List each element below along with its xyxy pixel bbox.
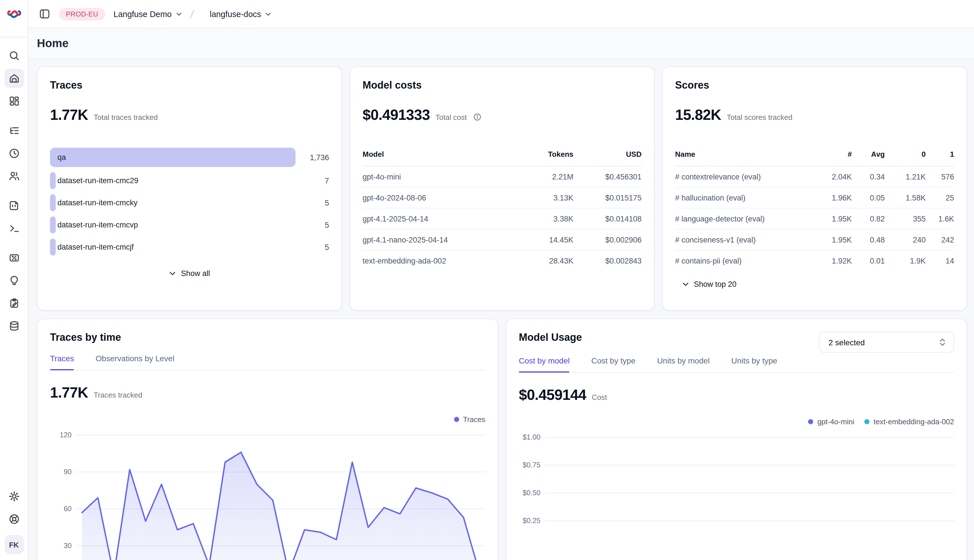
table-cell: 240 <box>885 235 926 244</box>
metric-label: Total traces tracked <box>94 113 158 122</box>
sidebar-item-home[interactable] <box>0 67 28 90</box>
traces-by-time-chart: 120906030 <box>50 432 485 560</box>
show-all-button[interactable]: Show all <box>50 269 329 278</box>
bar-label: dataset-run-item-cmcjf <box>57 243 134 251</box>
org-switcher[interactable]: Langfuse Demo <box>114 9 183 18</box>
table-header: Name#Avg01 <box>675 150 954 167</box>
table-cell: 1.96K <box>817 193 852 202</box>
table-cell: gpt-4o-2024-08-06 <box>363 193 511 202</box>
traces-by-time-metric: 1.77K Traces tracked <box>50 384 485 402</box>
bar-fill <box>50 217 55 233</box>
sidebar-item-tracing[interactable] <box>0 119 28 142</box>
sidebar-toggle-button[interactable] <box>36 5 53 22</box>
bar-track: qa <box>50 148 298 167</box>
project-switcher[interactable]: langfuse-docs <box>210 9 272 18</box>
sidebar-item-evaluation[interactable] <box>0 247 28 269</box>
model-select[interactable]: 2 selected <box>819 332 954 353</box>
trace-bar-row[interactable]: dataset-run-item-cmc297 <box>50 172 329 189</box>
sidebar-item-support[interactable] <box>0 508 28 530</box>
sidebar-item-search[interactable] <box>0 44 28 67</box>
breadcrumb-separator <box>187 8 197 20</box>
table-cell: 3.13K <box>511 193 573 202</box>
trace-bar-row[interactable]: qa1,736 <box>50 148 329 167</box>
table-row: # hallucination (eval)1.96K0.051.58K25 <box>675 187 954 208</box>
table-cell: 1.92K <box>817 257 852 265</box>
langfuse-logo[interactable] <box>0 0 28 37</box>
home-icon <box>4 69 23 88</box>
trace-bar-row[interactable]: dataset-run-item-cmcky5 <box>50 194 329 211</box>
show-all-label: Show all <box>181 269 210 278</box>
legend-label: gpt-4o-mini <box>817 417 854 426</box>
table-row: gpt-4o-mini2.21M$0.456301 <box>363 167 642 187</box>
column-header: USD <box>573 150 642 158</box>
topbar: PROD-EU Langfuse Demo langfuse-docs <box>28 0 974 28</box>
traces-by-time-tabs: TracesObservations by Level <box>50 354 485 370</box>
legend-item: gpt-4o-mini <box>809 417 854 426</box>
y-axis-labels: $1.00$0.75$0.50$0.25 <box>519 434 540 560</box>
table-row: # contains-pii (eval)1.92K0.011.9K14 <box>675 250 954 271</box>
scores-metric: 15.82K Total scores tracked <box>675 106 954 124</box>
page-title: Home <box>37 37 68 50</box>
model-costs-card: Model costs $0.491333 Total cost ModelTo… <box>349 67 655 311</box>
trace-bar-row[interactable]: dataset-run-item-cmcjf5 <box>50 238 329 256</box>
legend-label: Traces <box>463 415 486 424</box>
table-cell: # hallucination (eval) <box>675 193 817 202</box>
summary-cards-row: Traces 1.77K Total traces tracked qa1,73… <box>37 67 967 311</box>
tab-cost-by-model[interactable]: Cost by model <box>519 356 570 372</box>
tab-units-by-type[interactable]: Units by type <box>731 356 777 372</box>
bar-label: dataset-run-item-cmcvp <box>57 221 138 229</box>
bar-fill <box>50 172 55 189</box>
sidebar-item-dashboards[interactable] <box>0 90 28 112</box>
y-tick-label: $0.25 <box>523 517 540 525</box>
sidebar-item-playground[interactable] <box>0 217 28 240</box>
model-select-value: 2 selected <box>829 338 865 347</box>
sidebar-item-prompts[interactable] <box>0 194 28 217</box>
insights-icon <box>4 271 23 290</box>
table-cell: # conciseness-v1 (eval) <box>675 235 817 244</box>
legend-label: text-embedding-ada-002 <box>874 417 954 426</box>
sidebar-item-datasets[interactable] <box>0 315 28 337</box>
user-avatar[interactable]: FK <box>4 535 23 554</box>
show-top-20-button[interactable]: Show top 20 <box>675 280 954 288</box>
chevron-down-icon <box>169 270 177 277</box>
sidebar-item-insights[interactable] <box>0 269 28 292</box>
model-usage-metric: $0.459144 Cost <box>519 386 954 404</box>
trace-bar-row[interactable]: dataset-run-item-cmcvp5 <box>50 217 329 233</box>
tab-cost-by-type[interactable]: Cost by type <box>591 356 636 372</box>
column-header: # <box>817 150 852 158</box>
table-cell: $0.015175 <box>573 193 642 202</box>
datasets-icon <box>4 317 23 336</box>
prompts-icon <box>4 196 23 215</box>
table-cell: 1.95K <box>817 214 852 223</box>
traces-by-time-card: Traces by time TracesObservations by Lev… <box>37 318 498 560</box>
sidebar-item-sessions[interactable] <box>0 142 28 165</box>
table-cell: 0.82 <box>852 214 885 223</box>
playground-icon <box>4 219 23 238</box>
table-row: # language-detector (eval)1.95K0.823551.… <box>675 208 954 230</box>
model-usage-card: Model Usage 2 selected Cost by modelCost… <box>506 318 967 560</box>
legend-dot-icon <box>809 419 814 424</box>
table-cell: 1.95K <box>817 235 852 244</box>
model-usage-header: Model Usage 2 selected <box>519 332 954 353</box>
tab-traces[interactable]: Traces <box>50 354 74 370</box>
table-cell: 1.9K <box>885 257 926 265</box>
column-header: 0 <box>885 150 926 158</box>
chevrons-up-down-icon <box>938 337 947 347</box>
table-cell: 3.38K <box>511 214 573 223</box>
tab-observations-by-level[interactable]: Observations by Level <box>96 354 174 370</box>
panel-left-icon <box>38 8 50 20</box>
bar-fill <box>50 148 295 167</box>
info-icon[interactable] <box>474 113 481 123</box>
table-row: # conciseness-v1 (eval)1.95K0.48240242 <box>675 230 954 250</box>
chart-legend: Traces <box>50 415 485 424</box>
table-cell: 25 <box>926 193 954 202</box>
table-cell: $0.456301 <box>573 172 642 181</box>
bar-count: 1,736 <box>298 153 329 162</box>
sidebar-item-annotation[interactable] <box>0 292 28 315</box>
sidebar-item-settings[interactable] <box>0 485 28 508</box>
table-cell: text-embedding-ada-002 <box>363 257 511 265</box>
tab-units-by-model[interactable]: Units by model <box>657 356 710 372</box>
y-tick-label: 30 <box>63 542 72 550</box>
search-icon <box>4 46 23 65</box>
sidebar-item-users[interactable] <box>0 165 28 187</box>
